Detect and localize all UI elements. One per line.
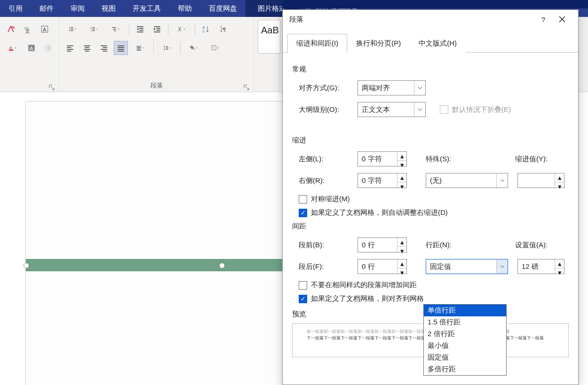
spin-up-icon[interactable]: ▴ (397, 238, 406, 247)
spacing-at-spinner[interactable]: 12 磅 ▴▾ (517, 259, 564, 274)
grid-indent-checkbox[interactable]: ✓ (299, 209, 307, 217)
alignment-combo[interactable]: 两端对齐 (358, 80, 426, 95)
increase-indent-button[interactable] (150, 22, 164, 36)
spin-down-icon[interactable]: ▾ (555, 268, 564, 277)
svg-rect-26 (137, 26, 143, 27)
tab-mailings[interactable]: 邮件 (31, 0, 62, 17)
svg-text:A: A (43, 27, 46, 32)
character-shading-button[interactable]: A (25, 41, 39, 55)
document-area (0, 92, 285, 385)
tab-review[interactable]: 审阅 (62, 0, 93, 17)
svg-rect-38 (67, 47, 71, 48)
svg-rect-48 (103, 51, 107, 52)
chevron-down-icon[interactable] (496, 259, 508, 274)
line-spacing-dropdown-list[interactable]: 单倍行距 1.5 倍行距 2 倍行距 最小值 固定值 多倍行距 (423, 304, 507, 376)
space-before-spinner[interactable]: 0 行 ▴▾ (358, 237, 407, 252)
clear-formatting-button[interactable] (4, 22, 18, 36)
chevron-down-icon[interactable] (414, 102, 425, 117)
line-spacing-button[interactable] (158, 41, 176, 55)
tab-baidu[interactable]: 百度网盘 (200, 0, 246, 17)
svg-rect-50 (118, 47, 124, 48)
align-right-button[interactable] (97, 41, 111, 55)
line-spacing-option-multiple[interactable]: 多倍行距 (424, 363, 506, 375)
show-paragraph-marks-button[interactable]: ¶ (216, 22, 230, 36)
spin-up-icon[interactable]: ▴ (555, 173, 564, 182)
spin-down-icon[interactable]: ▾ (555, 182, 564, 191)
no-space-same-style-checkbox[interactable] (299, 281, 307, 290)
svg-text:3: 3 (90, 30, 91, 32)
svg-rect-52 (118, 51, 124, 52)
line-spacing-option-double[interactable]: 2 倍行距 (424, 328, 506, 340)
svg-text:文: 文 (25, 28, 30, 34)
line-spacing-option-atleast[interactable]: 最小值 (424, 340, 506, 352)
mirror-indent-checkbox[interactable] (299, 195, 307, 204)
chevron-down-icon[interactable] (414, 81, 425, 95)
styles-gallery[interactable]: AaB (258, 20, 280, 54)
numbering-button[interactable]: 123 (85, 22, 103, 36)
svg-rect-28 (140, 30, 143, 31)
align-distributed-button[interactable] (131, 41, 150, 55)
grid-indent-label: 如果定义了文档网格，则自动调整右缩进(D) (311, 208, 448, 217)
tab-indent-spacing[interactable]: 缩进和间距(I) (287, 34, 347, 53)
spin-down-icon[interactable]: ▾ (397, 247, 406, 255)
separator (195, 23, 195, 35)
decrease-indent-button[interactable] (133, 22, 147, 36)
tab-help[interactable]: 帮助 (169, 0, 200, 17)
chevron-down-icon[interactable] (496, 173, 508, 188)
line-spacing-option-single[interactable]: 单倍行距 (424, 305, 506, 316)
tab-references[interactable]: 引用 (0, 0, 31, 17)
font-color-button[interactable]: A (4, 41, 22, 55)
resize-handle-mid[interactable] (219, 263, 225, 268)
spin-up-icon[interactable]: ▴ (555, 259, 564, 268)
multilevel-list-button[interactable] (106, 22, 125, 36)
paragraph-dialog-launcher[interactable] (243, 84, 250, 91)
shading-button[interactable] (184, 41, 203, 55)
dialog-help-button[interactable]: ? (534, 10, 553, 29)
indent-right-spinner[interactable]: 0 字符 ▴▾ (358, 173, 407, 188)
bullets-button[interactable] (63, 22, 82, 36)
outline-level-label: 大纲级别(O): (299, 105, 348, 114)
separator (168, 23, 168, 35)
line-spacing-option-1-5[interactable]: 1.5 倍行距 (424, 316, 506, 328)
tab-developer[interactable]: 开发工具 (124, 0, 169, 17)
phonetic-guide-button[interactable]: wén文 (21, 22, 35, 36)
resize-handle-left[interactable] (24, 263, 29, 268)
svg-rect-47 (101, 49, 107, 50)
spin-up-icon[interactable]: ▴ (397, 152, 406, 161)
line-spacing-combo[interactable]: 固定值 (426, 259, 508, 274)
page-canvas[interactable] (26, 102, 285, 385)
selected-image-shape[interactable] (26, 259, 285, 271)
dialog-close-button[interactable] (553, 10, 572, 29)
tab-asian-typography[interactable]: 中文版式(H) (410, 34, 466, 53)
svg-text:A: A (10, 46, 13, 50)
spin-up-icon[interactable]: ▴ (397, 259, 406, 268)
space-after-spinner[interactable]: 0 行 ▴▾ (358, 259, 407, 274)
indent-by-spinner[interactable]: ▴▾ (517, 173, 564, 188)
svg-point-13 (69, 29, 70, 30)
vertical-ruler[interactable] (16, 102, 26, 385)
character-border-button[interactable]: A (38, 22, 52, 36)
line-spacing-option-exactly[interactable]: 固定值 (424, 352, 506, 363)
spin-down-icon[interactable]: ▾ (397, 268, 406, 277)
special-indent-combo[interactable]: (无) (426, 173, 508, 188)
align-justify-button[interactable] (114, 41, 128, 55)
align-center-button[interactable] (80, 41, 94, 55)
enclose-characters-button[interactable]: 字 (41, 41, 55, 55)
separator (129, 23, 129, 35)
align-left-button[interactable] (63, 41, 77, 55)
tab-line-page-breaks[interactable]: 换行和分页(P) (347, 34, 410, 53)
horizontal-ruler[interactable] (26, 92, 285, 102)
indent-left-spinner[interactable]: 0 字符 ▴▾ (358, 151, 407, 166)
outline-level-combo[interactable]: 正文文本 (358, 102, 426, 117)
spin-up-icon[interactable]: ▴ (397, 173, 406, 182)
snap-grid-checkbox[interactable]: ✓ (299, 295, 307, 303)
spin-down-icon[interactable]: ▾ (397, 182, 406, 191)
font-dialog-launcher[interactable] (48, 84, 55, 91)
spin-down-icon[interactable]: ▾ (397, 161, 406, 169)
borders-button[interactable] (206, 41, 225, 55)
asian-layout-button[interactable] (172, 22, 191, 36)
svg-rect-18 (92, 27, 95, 28)
section-spacing-label: 间距 (292, 222, 569, 231)
tab-view[interactable]: 视图 (93, 0, 124, 17)
sort-button[interactable]: AZ (199, 22, 213, 36)
